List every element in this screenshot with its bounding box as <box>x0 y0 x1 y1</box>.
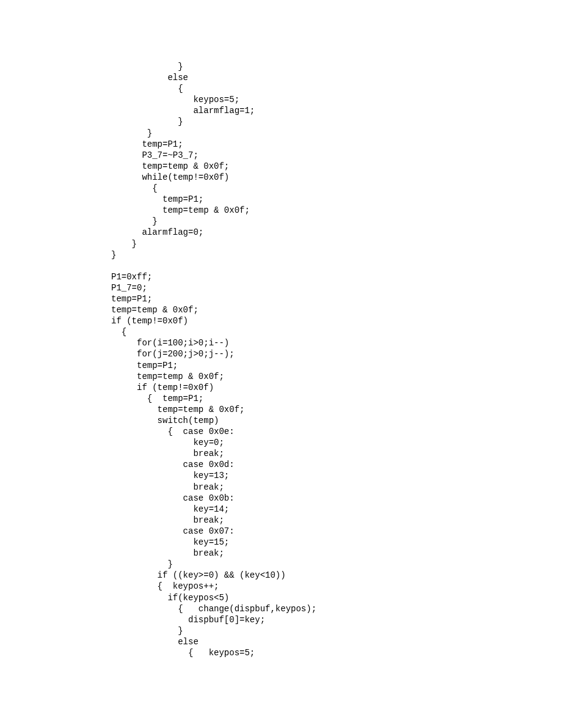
document-page: } else { keypos=5; alarmflag=1; } } temp… <box>0 0 562 658</box>
code-block: } else { keypos=5; alarmflag=1; } } temp… <box>111 61 513 658</box>
